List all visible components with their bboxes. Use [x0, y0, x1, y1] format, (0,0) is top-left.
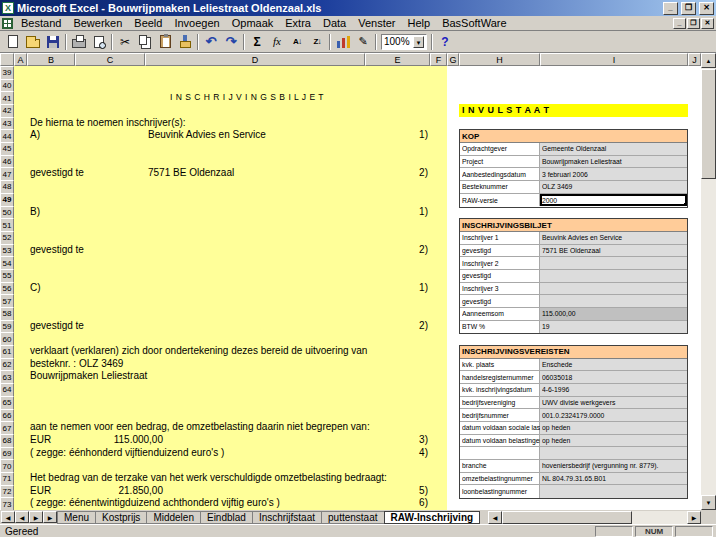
open-button[interactable] — [23, 32, 43, 52]
panel-value[interactable] — [540, 257, 687, 269]
row-header-45[interactable]: 45 — [0, 142, 14, 156]
menu-item-help[interactable]: Help — [402, 16, 437, 30]
column-header-j[interactable]: J — [688, 53, 701, 66]
tab-scroll-previous-button[interactable]: ◀ — [15, 511, 29, 523]
panel-value[interactable] — [540, 283, 687, 295]
row-header-54[interactable]: 54 — [0, 256, 14, 270]
menu-item-data[interactable]: Data — [317, 16, 352, 30]
row-header-41[interactable]: 41 — [0, 91, 14, 105]
sheet-tab-raw-inschrijving[interactable]: RAW-Inschrijving — [384, 511, 481, 524]
cut-button[interactable]: ✂ — [115, 32, 135, 52]
row-header-69[interactable]: 69 — [0, 447, 14, 461]
row-header-43[interactable]: 43 — [0, 117, 14, 131]
tab-scroll-first-button[interactable]: ◀ — [1, 511, 15, 523]
row-header-62[interactable]: 62 — [0, 358, 14, 372]
horizontal-scrollbar[interactable]: ◀ ▶ — [488, 511, 701, 524]
horizontal-scroll-thumb[interactable] — [502, 511, 632, 524]
panel-value[interactable]: 3 februari 2006 — [540, 168, 687, 180]
panel-value[interactable]: Beuvink Advies en Service — [540, 232, 687, 244]
column-header-i[interactable]: I — [540, 53, 688, 66]
column-header-g[interactable]: G — [447, 53, 459, 66]
column-header-d[interactable]: D — [145, 53, 365, 66]
column-header-f[interactable]: F — [430, 53, 447, 66]
sort-descending-button[interactable]: Z↓ — [307, 32, 327, 52]
row-header-58[interactable]: 58 — [0, 307, 14, 321]
row-header-44[interactable]: 44 — [0, 129, 14, 143]
workbook-close-button[interactable]: ✕ — [701, 18, 714, 29]
panel-value[interactable]: 06035018 — [540, 371, 687, 383]
row-header-60[interactable]: 60 — [0, 332, 14, 346]
row-header-56[interactable]: 56 — [0, 282, 14, 296]
panel-value-selected[interactable]: 2000 — [540, 194, 687, 207]
sort-ascending-button[interactable]: A↓ — [287, 32, 307, 52]
column-header-c[interactable]: C — [75, 53, 145, 66]
scroll-left-button[interactable]: ◀ — [488, 511, 502, 524]
panel-value[interactable] — [540, 270, 687, 282]
column-header-a[interactable]: A — [14, 53, 27, 66]
new-button[interactable] — [3, 32, 23, 52]
menu-item-bestand[interactable]: Bestand — [15, 16, 67, 30]
panel-value[interactable] — [540, 295, 687, 307]
row-header-48[interactable]: 48 — [0, 180, 14, 194]
row-header-68[interactable]: 68 — [0, 434, 14, 448]
panel-value[interactable]: hoveniersbedrijf (vergunning nr. 8779). — [540, 460, 687, 472]
row-header-59[interactable]: 59 — [0, 320, 14, 334]
save-button[interactable] — [43, 32, 63, 52]
tab-scroll-next-button[interactable]: ▶ — [29, 511, 43, 523]
panel-value[interactable]: Bouwrijpmaken Leliestraat — [540, 156, 687, 168]
autosum-button[interactable]: Σ — [247, 32, 267, 52]
select-all-button[interactable] — [0, 53, 14, 66]
paste-button[interactable] — [155, 32, 175, 52]
menu-item-bassoftware[interactable]: BasSoftWare — [436, 16, 512, 30]
sheet-tab-eindblad[interactable]: Eindblad — [200, 511, 253, 524]
row-header-42[interactable]: 42 — [0, 104, 14, 118]
print-preview-button[interactable] — [89, 32, 109, 52]
row-header-65[interactable]: 65 — [0, 396, 14, 410]
row-header-57[interactable]: 57 — [0, 294, 14, 308]
menu-item-venster[interactable]: Venster — [352, 16, 401, 30]
row-header-50[interactable]: 50 — [0, 206, 14, 220]
panel-value[interactable] — [540, 447, 687, 459]
tab-scroll-last-button[interactable]: ▶ — [43, 511, 57, 523]
chart-wizard-button[interactable] — [333, 32, 353, 52]
minimize-button[interactable]: _ — [663, 2, 678, 15]
menu-item-bewerken[interactable]: Bewerken — [67, 16, 128, 30]
sheet-tab-kostprijs[interactable]: Kostprijs — [95, 511, 147, 524]
workbook-minimize-button[interactable]: _ — [673, 18, 686, 29]
panel-value[interactable]: Enschede — [540, 359, 687, 371]
workbook-restore-button[interactable]: ❐ — [687, 18, 700, 29]
menu-item-opmaak[interactable]: Opmaak — [226, 16, 280, 30]
row-header-73[interactable]: 73 — [0, 497, 14, 511]
panel-value[interactable]: Gemeente Oldenzaal — [540, 143, 687, 155]
row-header-52[interactable]: 52 — [0, 231, 14, 245]
panel-value[interactable]: 7571 BE Oldenzaal — [540, 245, 687, 257]
menu-item-invoegen[interactable]: Invoegen — [168, 16, 225, 30]
restore-button[interactable]: ❐ — [681, 2, 696, 15]
scroll-right-button[interactable]: ▶ — [687, 511, 701, 524]
sheet-tab-puttenstaat[interactable]: puttenstaat — [321, 511, 384, 524]
row-header-70[interactable]: 70 — [0, 459, 14, 473]
print-button[interactable] — [69, 32, 89, 52]
menu-item-extra[interactable]: Extra — [279, 16, 317, 30]
undo-button[interactable]: ↶ — [201, 32, 221, 52]
close-button[interactable]: ✕ — [699, 2, 714, 15]
paste-function-button[interactable]: fx — [267, 32, 287, 52]
panel-value[interactable]: op heden — [540, 422, 687, 434]
panel-value[interactable]: 115.000,00 — [540, 308, 687, 320]
column-header-e[interactable]: E — [365, 53, 430, 66]
panel-value[interactable]: 001.0.2324179.0000 — [540, 409, 687, 421]
row-header-63[interactable]: 63 — [0, 370, 14, 384]
panel-value[interactable]: OLZ 3469 — [540, 181, 687, 193]
scroll-down-button[interactable]: ▼ — [701, 495, 716, 510]
row-header-47[interactable]: 47 — [0, 167, 14, 181]
vertical-scrollbar[interactable]: ▲ ▼ — [701, 53, 716, 510]
workbook-icon[interactable] — [2, 18, 13, 29]
drawing-button[interactable]: ✎ — [353, 32, 373, 52]
row-header-53[interactable]: 53 — [0, 244, 14, 258]
panel-value[interactable]: op heden — [540, 435, 687, 447]
format-painter-button[interactable] — [175, 32, 195, 52]
redo-button[interactable]: ↷ — [221, 32, 241, 52]
panel-value[interactable]: NL 804.79.31.65.B01 — [540, 473, 687, 485]
row-header-40[interactable]: 40 — [0, 79, 14, 93]
scroll-up-button[interactable]: ▲ — [701, 53, 716, 68]
